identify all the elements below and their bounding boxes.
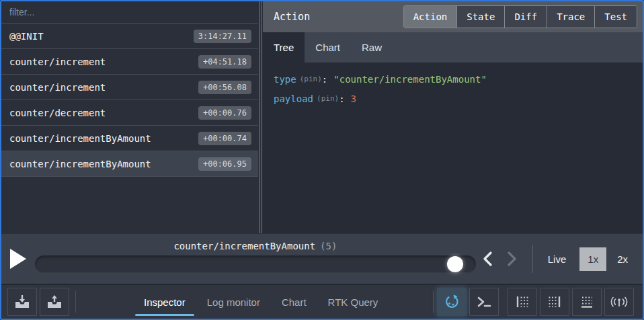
chevron-left-icon (483, 251, 493, 267)
redux-devtools-window: @@INIT 3:14:27.11 counter/increment +04:… (0, 0, 644, 320)
play-icon (9, 248, 27, 270)
tab-action[interactable]: Action (404, 6, 458, 28)
import-button[interactable] (7, 288, 37, 316)
entry-colon: : (322, 74, 327, 85)
monitor-tab-rtk-query[interactable]: RTK Query (317, 285, 389, 319)
tab-state[interactable]: State (457, 6, 505, 28)
main-area: @@INIT 3:14:27.11 counter/increment +04:… (1, 1, 643, 233)
subtab-tree[interactable]: Tree (263, 32, 305, 63)
action-timestamp-badge: +00:56.08 (198, 81, 251, 94)
import-icon (13, 293, 31, 311)
live-button[interactable]: Live (548, 253, 567, 265)
timeline-slider: counter/incrementByAmount(5) (35, 234, 476, 284)
export-button[interactable] (40, 288, 69, 316)
current-action-name: counter/incrementByAmount (173, 241, 315, 251)
dock-right-button[interactable] (540, 288, 569, 316)
footer-toolbar: Inspector Log monitor Chart RTK Query (1, 284, 643, 319)
play-button[interactable] (9, 244, 31, 274)
pin-link[interactable]: (pin) (300, 75, 322, 83)
remote-button[interactable] (604, 288, 634, 316)
action-name: counter/increment (9, 56, 198, 67)
footer-divider (75, 291, 76, 313)
view-mode-bar: Tree Chart Raw (263, 32, 643, 63)
playback-divider (532, 245, 533, 273)
monitor-tabs: Inspector Log monitor Chart RTK Query (133, 285, 389, 319)
action-name: counter/incrementByAmount (9, 133, 198, 144)
playback-bar: counter/incrementByAmount(5) Live 1x 2x (1, 233, 643, 284)
chevron-right-icon (507, 251, 517, 267)
export-icon (46, 293, 63, 311)
speed-2x-button[interactable]: 2x (617, 253, 628, 265)
current-action-index: (5) (320, 241, 337, 251)
action-list-empty-space (1, 177, 258, 233)
dispatcher-button[interactable] (469, 288, 499, 316)
tree-entry-payload[interactable]: payload (pin) : 3 (274, 89, 632, 108)
action-tree-view: type (pin) : "counter/incrementByAmount"… (263, 63, 643, 233)
slider-thumb[interactable] (447, 256, 463, 272)
pause-recording-button[interactable] (437, 288, 467, 316)
monitor-tab-log-monitor[interactable]: Log monitor (196, 285, 271, 319)
step-forward-button[interactable] (502, 249, 522, 269)
subtab-chart[interactable]: Chart (305, 32, 351, 63)
filter-row (1, 1, 258, 24)
action-timestamp-badge: +00:00.74 (198, 132, 251, 145)
tab-trace[interactable]: Trace (547, 6, 595, 28)
action-timestamp-badge: +00:06.95 (198, 157, 251, 171)
detail-header: Action Action State Diff Trace Test (263, 1, 643, 32)
current-action-label: counter/incrementByAmount(5) (35, 241, 476, 251)
action-row[interactable]: counter/increment +00:56.08 (1, 75, 258, 100)
filter-input[interactable] (1, 7, 258, 17)
entry-colon: : (339, 93, 344, 104)
action-timestamp-badge: +00:00.76 (198, 106, 251, 120)
pin-link[interactable]: (pin) (317, 94, 339, 103)
slider-track[interactable] (35, 255, 476, 273)
action-list-panel: @@INIT 3:14:27.11 counter/increment +04:… (1, 1, 258, 233)
dock-left-button[interactable] (508, 288, 537, 316)
entry-key: payload (274, 93, 313, 104)
entry-value-string: "counter/incrementByAmount" (333, 74, 487, 85)
footer-divider (433, 291, 434, 313)
stopwatch-icon (443, 293, 460, 311)
action-row[interactable]: @@INIT 3:14:27.11 (1, 24, 258, 49)
action-name: counter/incrementByAmount (9, 159, 198, 169)
dock-right-icon (546, 293, 563, 311)
tree-entry-type[interactable]: type (pin) : "counter/incrementByAmount" (274, 69, 632, 89)
monitor-tab-inspector[interactable]: Inspector (133, 285, 196, 319)
action-row[interactable]: counter/decrement +00:00.76 (1, 100, 258, 126)
action-row[interactable]: counter/increment +04:51.18 (1, 49, 258, 75)
action-name: counter/increment (9, 82, 198, 93)
dock-bottom-button[interactable] (572, 288, 602, 316)
dock-bottom-icon (578, 293, 596, 311)
monitor-tab-chart[interactable]: Chart (271, 285, 317, 319)
terminal-icon (475, 293, 493, 311)
action-timestamp-badge: 3:14:27.11 (194, 30, 251, 43)
tab-test[interactable]: Test (595, 6, 637, 28)
detail-title: Action (274, 11, 403, 23)
tab-diff[interactable]: Diff (505, 6, 547, 28)
action-row[interactable]: counter/incrementByAmount +00:00.74 (1, 126, 258, 151)
step-back-button[interactable] (478, 249, 498, 269)
dock-left-icon (514, 293, 531, 311)
speed-1x-button[interactable]: 1x (579, 247, 606, 271)
action-row-selected[interactable]: counter/incrementByAmount +00:06.95 (1, 151, 258, 177)
entry-value-number: 3 (351, 93, 356, 104)
action-timestamp-badge: +04:51.18 (198, 55, 251, 69)
antenna-icon (610, 293, 629, 311)
action-name: @@INIT (9, 31, 194, 42)
footer-right-controls (430, 288, 637, 316)
action-detail-panel: Action Action State Diff Trace Test Tree… (263, 1, 643, 233)
subtab-raw[interactable]: Raw (351, 32, 393, 63)
entry-key: type (274, 74, 296, 85)
action-name: counter/decrement (9, 108, 198, 118)
panel-resize-handle[interactable] (258, 1, 263, 233)
detail-tab-group: Action State Diff Trace Test (403, 5, 637, 28)
